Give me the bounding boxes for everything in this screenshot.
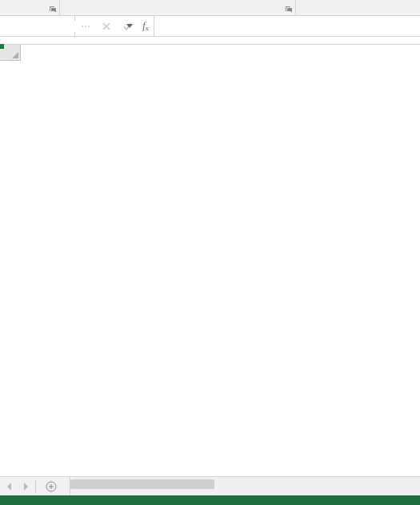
ribbon-group-labels bbox=[0, 0, 420, 16]
horizontal-scrollbar-thumb[interactable] bbox=[70, 479, 214, 489]
name-box bbox=[0, 16, 75, 36]
enter-icon[interactable] bbox=[117, 16, 138, 36]
svg-point-1 bbox=[85, 26, 86, 27]
add-sheet-button[interactable] bbox=[39, 477, 63, 495]
insert-function-icon[interactable]: fx bbox=[138, 16, 154, 36]
svg-point-2 bbox=[88, 26, 90, 27]
sheet-tabs-bar bbox=[0, 476, 420, 495]
formula-buttons: fx bbox=[75, 16, 154, 36]
tab-nav bbox=[0, 477, 35, 495]
select-all-corner[interactable] bbox=[0, 45, 21, 61]
dialog-launcher-icon[interactable] bbox=[48, 5, 58, 14]
cancel-icon[interactable] bbox=[96, 16, 117, 36]
tab-next-icon[interactable] bbox=[21, 482, 30, 491]
tab-prev-icon[interactable] bbox=[5, 482, 14, 491]
more-icon[interactable] bbox=[75, 16, 96, 36]
ribbon-group-font bbox=[59, 0, 296, 15]
ribbon-group-clipboard bbox=[0, 0, 59, 15]
formula-input[interactable] bbox=[154, 16, 420, 36]
formula-bar-gap bbox=[0, 37, 420, 45]
ribbon-group-alignment bbox=[296, 0, 420, 15]
formula-bar: fx bbox=[0, 16, 420, 37]
status-bar bbox=[0, 495, 420, 505]
horizontal-scrollbar[interactable] bbox=[70, 477, 420, 495]
tab-separator bbox=[35, 480, 36, 493]
svg-point-0 bbox=[82, 26, 83, 27]
dialog-launcher-icon[interactable] bbox=[284, 5, 294, 14]
formula-input-wrap bbox=[154, 16, 420, 36]
annotation-arrow bbox=[0, 45, 240, 165]
